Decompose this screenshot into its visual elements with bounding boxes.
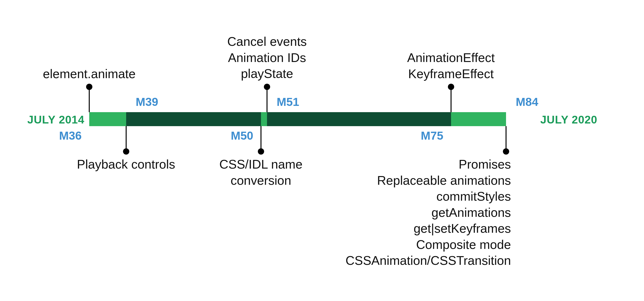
bar-segment (126, 112, 261, 126)
annotation-line: Promises (459, 157, 511, 171)
annotation-line: Cancel events (227, 34, 307, 48)
milestone-dot (448, 84, 454, 90)
version-label: M75 (421, 129, 443, 142)
annotation-line: playState (241, 66, 293, 80)
version-label: M50 (231, 129, 253, 142)
version-label: M39 (136, 95, 158, 108)
milestone-annotation: Promises Replaceable animations commitSt… (318, 156, 511, 269)
bar-segment (89, 112, 126, 126)
end-date-label: JULY 2020 (540, 113, 598, 126)
bar-segment (267, 112, 451, 126)
milestone-dot (258, 148, 264, 154)
annotation-line: Replaceable animations (377, 174, 511, 188)
annotation-line: get|setKeyframes (414, 222, 511, 236)
annotation-line: KeyframeEffect (408, 67, 494, 81)
milestone-dot (264, 84, 270, 90)
annotation-line: CSS/IDL name (219, 157, 302, 171)
milestone-dot (123, 148, 129, 154)
start-date-label: JULY 2014 (27, 113, 84, 126)
annotation-line: conversion (230, 174, 291, 188)
connector (260, 126, 262, 152)
connector (266, 87, 268, 112)
version-label: M36 (59, 129, 82, 142)
annotation-line: Composite mode (416, 238, 511, 252)
bar-segment (451, 112, 506, 126)
milestone-annotation: AnimationEffect KeyframeEffect (354, 50, 548, 82)
annotation-line: element.animate (43, 67, 136, 81)
timeline-diagram: JULY 2014 JULY 2020 M36 element.animate … (0, 0, 644, 301)
annotation-line: CSSAnimation/CSSTransition (346, 254, 511, 268)
milestone-annotation: element.animate (0, 66, 186, 82)
milestone-annotation: Cancel events Animation IDs playState (170, 34, 364, 82)
connector (450, 87, 452, 112)
connector (506, 126, 506, 152)
milestone-dot (503, 148, 509, 154)
annotation-line: Playback controls (77, 157, 175, 171)
annotation-line: commitStyles (436, 189, 511, 203)
annotation-line: getAnimations (432, 206, 511, 220)
version-label: M51 (277, 95, 299, 108)
connector (89, 87, 90, 112)
annotation-line: Animation IDs (228, 51, 306, 65)
bar-segment (261, 112, 267, 126)
annotation-line: AnimationEffect (407, 51, 495, 65)
version-label: M84 (516, 95, 538, 108)
connector (126, 126, 127, 152)
milestone-dot (86, 84, 92, 90)
